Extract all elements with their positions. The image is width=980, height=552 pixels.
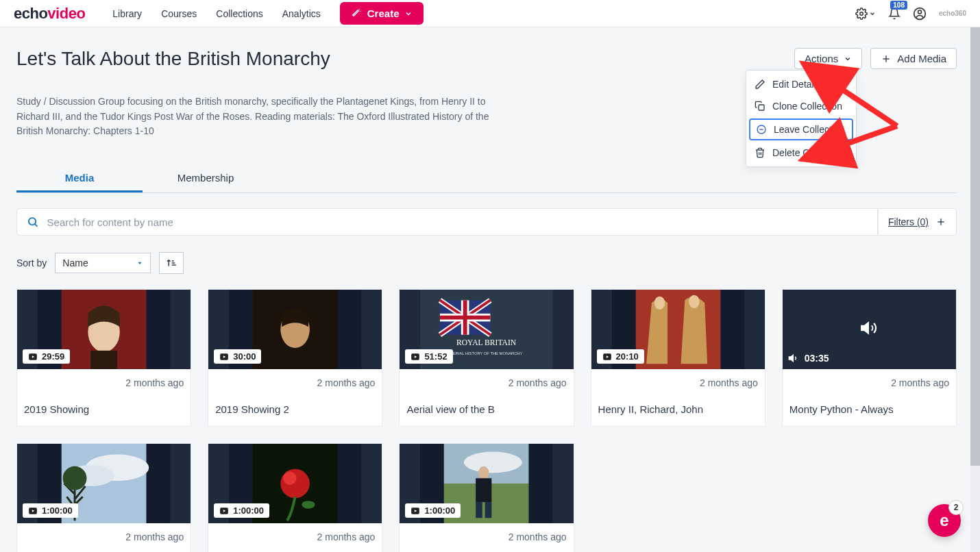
header-actions: Actions Add Media Edit Details Clone Col… bbox=[794, 48, 957, 69]
tabs: Media Membership bbox=[16, 165, 957, 193]
svg-point-70 bbox=[478, 466, 489, 479]
card-timestamp: 2 months ago bbox=[24, 377, 184, 388]
chat-fab[interactable]: e 2 bbox=[928, 504, 961, 537]
actions-dropdown: Edit Details Clone Collection Leave Coll… bbox=[746, 70, 857, 167]
card-timestamp: 2 months ago bbox=[598, 377, 758, 388]
filters-label: Filters (0) bbox=[888, 216, 929, 227]
card-meta: 2 months ago2019 Showing 2 bbox=[208, 369, 382, 426]
topbar: echovideo Library Courses Collections An… bbox=[0, 0, 980, 27]
volume-icon bbox=[788, 353, 799, 364]
account-button[interactable] bbox=[913, 7, 927, 21]
menu-label: Clone Collection bbox=[772, 101, 842, 112]
actions-label: Actions bbox=[805, 53, 838, 64]
scrollbar-handle[interactable] bbox=[970, 27, 980, 466]
svg-marker-50 bbox=[862, 323, 869, 333]
svg-point-46 bbox=[654, 297, 664, 310]
media-thumbnail[interactable]: 29:59 bbox=[17, 290, 191, 369]
duration-badge: 03:35 bbox=[788, 353, 829, 364]
svg-text:AERIAL HISTORY OF THE MONARCHY: AERIAL HISTORY OF THE MONARCHY bbox=[450, 351, 523, 355]
media-card[interactable]: 03:352 months agoMonty Python - Always bbox=[782, 289, 957, 427]
menu-delete-collection[interactable]: Delete Collection bbox=[746, 142, 856, 164]
media-thumbnail[interactable]: 30:00 bbox=[208, 290, 382, 369]
media-card[interactable]: 1:00:002 months ago bbox=[399, 443, 574, 552]
add-media-label: Add Media bbox=[897, 53, 946, 64]
card-timestamp: 2 months ago bbox=[215, 531, 375, 542]
media-card[interactable]: 30:002 months ago2019 Showing 2 bbox=[208, 289, 382, 427]
svg-point-62 bbox=[283, 472, 296, 485]
logo[interactable]: echovideo bbox=[14, 5, 85, 23]
user-circle-icon bbox=[913, 7, 927, 21]
pencil-icon bbox=[755, 79, 765, 90]
sort-direction-button[interactable] bbox=[159, 252, 184, 274]
tab-media[interactable]: Media bbox=[16, 165, 143, 192]
svg-rect-5 bbox=[759, 105, 764, 110]
duration-text: 1:00:00 bbox=[233, 505, 264, 516]
caret-down-icon bbox=[136, 260, 143, 266]
card-meta: 2 months agoHenry II, Richard, John bbox=[591, 369, 765, 426]
card-meta: 2 months ago bbox=[208, 523, 382, 552]
card-meta: 2 months ago bbox=[400, 523, 573, 552]
media-card[interactable]: 1:00:002 months ago bbox=[208, 443, 382, 552]
sort-label: Sort by bbox=[16, 258, 47, 268]
media-thumbnail[interactable]: ROYAL BRITAINAERIAL HISTORY OF THE MONAR… bbox=[400, 290, 573, 369]
menu-label: Leave Collection bbox=[774, 124, 845, 135]
media-thumbnail[interactable]: 1:00:00 bbox=[208, 444, 382, 523]
duration-badge: 1:00:00 bbox=[405, 503, 461, 518]
play-icon bbox=[28, 352, 38, 362]
search-input[interactable] bbox=[47, 216, 868, 228]
plus-icon bbox=[935, 216, 946, 227]
menu-edit-details[interactable]: Edit Details bbox=[746, 73, 856, 95]
card-title: 2019 Showing 2 bbox=[215, 403, 375, 415]
duration-text: 1:00:00 bbox=[424, 505, 455, 516]
play-icon bbox=[219, 352, 229, 362]
duration-badge: 30:00 bbox=[214, 349, 261, 364]
top-right: 108 echo360 bbox=[855, 7, 966, 21]
nav-analytics[interactable]: Analytics bbox=[282, 8, 321, 19]
media-card[interactable]: 20:102 months agoHenry II, Richard, John bbox=[591, 289, 765, 427]
duration-badge: 29:59 bbox=[23, 349, 70, 364]
media-thumbnail[interactable]: 03:35 bbox=[783, 290, 956, 369]
menu-label: Edit Details bbox=[772, 79, 821, 90]
create-label: Create bbox=[367, 8, 400, 19]
svg-rect-72 bbox=[476, 502, 483, 518]
sort-select[interactable]: Name bbox=[55, 253, 151, 273]
nav-library[interactable]: Library bbox=[112, 8, 142, 19]
card-meta: 2 months agoMonty Python - Always bbox=[783, 369, 956, 426]
media-thumbnail[interactable]: 1:00:00 bbox=[400, 444, 573, 523]
chevron-down-icon bbox=[869, 10, 876, 17]
scrollbar-track[interactable] bbox=[970, 27, 980, 552]
card-meta: 2 months agoAerial view of the B bbox=[400, 369, 573, 426]
duration-badge: 20:10 bbox=[597, 349, 644, 364]
play-icon bbox=[28, 506, 38, 516]
svg-point-11 bbox=[29, 218, 36, 225]
media-card[interactable]: ROYAL BRITAINAERIAL HISTORY OF THE MONAR… bbox=[399, 289, 574, 427]
nav-courses[interactable]: Courses bbox=[161, 8, 197, 19]
tab-membership[interactable]: Membership bbox=[143, 165, 269, 192]
settings-button[interactable] bbox=[855, 8, 876, 20]
svg-marker-51 bbox=[789, 355, 793, 361]
search-row: Filters (0) bbox=[16, 208, 957, 236]
card-title: Aerial view of the B bbox=[406, 403, 566, 415]
page-title: Let's Talk About the British Monarchy bbox=[16, 48, 330, 70]
media-card[interactable]: 1:00:002 months ago bbox=[16, 443, 191, 552]
actions-button[interactable]: Actions bbox=[794, 48, 862, 69]
add-media-button[interactable]: Add Media bbox=[870, 48, 957, 69]
duration-badge: 51:52 bbox=[405, 349, 452, 364]
filters-button[interactable]: Filters (0) bbox=[878, 208, 957, 236]
svg-marker-15 bbox=[138, 262, 142, 264]
nav-collections[interactable]: Collections bbox=[216, 8, 262, 19]
svg-text:ROYAL BRITAIN: ROYAL BRITAIN bbox=[456, 338, 517, 347]
card-timestamp: 2 months ago bbox=[406, 531, 566, 542]
media-thumbnail[interactable]: 1:00:00 bbox=[17, 444, 191, 523]
menu-clone-collection[interactable]: Clone Collection bbox=[746, 95, 856, 117]
duration-badge: 1:00:00 bbox=[23, 503, 78, 518]
duration-badge: 1:00:00 bbox=[214, 503, 269, 518]
sort-row: Sort by Name bbox=[16, 252, 957, 274]
media-thumbnail[interactable]: 20:10 bbox=[591, 290, 765, 369]
create-button[interactable]: Create bbox=[340, 2, 424, 25]
media-card[interactable]: 29:592 months ago2019 Showing bbox=[16, 289, 191, 427]
sort-asc-icon bbox=[165, 257, 177, 269]
menu-leave-collection[interactable]: Leave Collection bbox=[749, 118, 853, 140]
logo-echo: echo bbox=[14, 5, 47, 22]
notifications-button[interactable]: 108 bbox=[888, 8, 901, 20]
